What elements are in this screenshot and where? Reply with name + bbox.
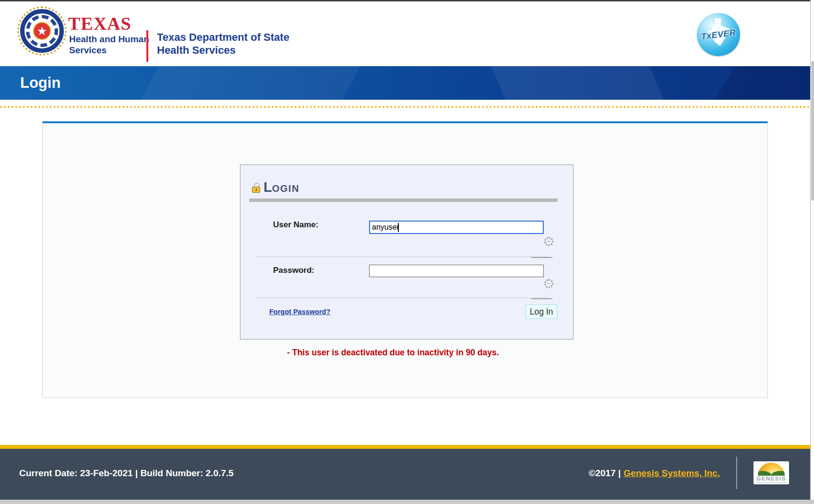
footer-copyright: ©2017 |Genesis Systems, Inc. (588, 468, 720, 479)
txever-logo: TxEVER (697, 13, 740, 56)
banner-facet (691, 66, 810, 100)
footer: Current Date: 23-Feb-2021 | Build Number… (0, 449, 810, 500)
texas-hhs-seal-logo: ★ (17, 6, 67, 56)
page-title: Login (20, 66, 60, 100)
lock-icon (252, 187, 260, 193)
genesis-logo: GENESIS (754, 461, 789, 484)
username-label: User Name: (273, 220, 319, 230)
login-form: LOGIN User Name: Password: Forgot Passwo… (240, 164, 574, 340)
password-label: Password: (273, 266, 314, 275)
password-input[interactable] (369, 265, 544, 277)
banner-facet (125, 66, 368, 100)
error-message: - This user is deactivated due to inacti… (287, 347, 514, 358)
row-divider (256, 257, 550, 257)
dotted-separator (0, 106, 810, 108)
heading-underline-bar (249, 199, 558, 202)
bottom-strip (0, 500, 814, 504)
divider-notch (531, 257, 552, 258)
login-form-heading: LOGIN (263, 179, 299, 195)
banner-facet (486, 66, 677, 100)
agency-title: TEXAS (68, 13, 132, 34)
genesis-logo-text: GENESIS (754, 476, 789, 481)
row-divider (256, 298, 550, 298)
loading-icon (544, 279, 553, 288)
username-input[interactable] (369, 221, 544, 234)
footer-gold-bar (0, 445, 810, 449)
log-in-button[interactable]: Log In (526, 305, 557, 319)
footer-status-text: Current Date: 23-Feb-2021 | Build Number… (19, 468, 234, 479)
login-page: ★ TEXAS Health and Human Services Texas … (0, 0, 814, 504)
loading-icon (544, 237, 553, 246)
star-icon: ★ (33, 22, 51, 40)
genesis-logo-underline (756, 482, 786, 483)
agency-subtitle-line2: Services (69, 45, 107, 56)
forgot-password-link[interactable]: Forgot Password? (269, 308, 330, 316)
header: ★ TEXAS Health and Human Services Texas … (0, 1, 810, 66)
scrollbar-thumb[interactable] (811, 61, 814, 200)
department-name-line2: Health Services (157, 44, 236, 57)
page-title-banner: Login (0, 66, 810, 100)
scrollbar[interactable] (810, 0, 814, 500)
divider-notch (531, 298, 552, 299)
sunrise-icon (758, 463, 785, 476)
genesis-systems-link[interactable]: Genesis Systems, Inc. (623, 468, 720, 478)
footer-divider (736, 457, 737, 489)
text-cursor (398, 223, 399, 232)
department-name-line1: Texas Department of State (157, 31, 289, 44)
agency-subtitle-line1: Health and Human (69, 34, 149, 45)
header-divider (146, 30, 148, 62)
